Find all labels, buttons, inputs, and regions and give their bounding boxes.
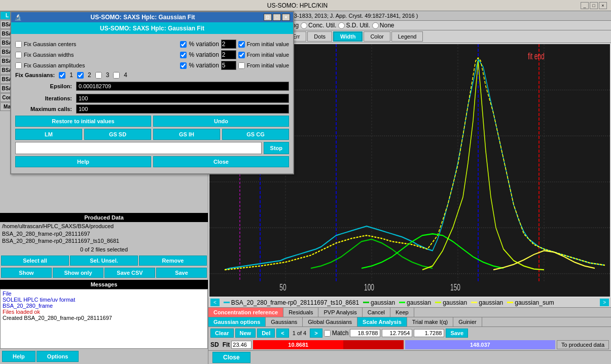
options-button[interactable]: Options <box>37 351 79 362</box>
sd-util-radio-label[interactable]: S.D. Util. <box>338 22 370 29</box>
concentration-ref-tab[interactable]: Concentration reference <box>208 308 283 317</box>
stop-button[interactable]: Stop <box>264 142 289 154</box>
help-main-button[interactable]: Help <box>2 351 35 362</box>
sel-unsel-button[interactable]: Sel. Unsel. <box>70 256 138 266</box>
dialog-close-btn[interactable]: × <box>282 14 290 21</box>
gaussians-tab[interactable]: Gaussians <box>266 317 303 326</box>
pct-centers-checkbox[interactable] <box>180 41 187 48</box>
del-button[interactable]: Del <box>257 329 275 338</box>
none-radio-label[interactable]: None <box>372 22 394 29</box>
width-button[interactable]: Width <box>333 31 363 42</box>
bottom-close-button[interactable]: Close <box>212 352 250 363</box>
fix-g3-checkbox[interactable] <box>95 72 102 79</box>
gauss-save-button[interactable]: Save <box>446 329 468 338</box>
max-calls-input[interactable] <box>76 104 289 114</box>
gaussian-options-tab[interactable]: Gaussian options <box>208 317 266 326</box>
scale-analysis-tab[interactable]: Scale Analysis <box>357 317 407 326</box>
fix-g2-label: 2 <box>88 71 91 79</box>
fix-centers-label: Fix Gaussian centers <box>24 41 76 47</box>
gauss-val3-input[interactable] <box>414 329 444 337</box>
dialog-close-button[interactable]: Close <box>153 156 289 167</box>
cancel-tab[interactable]: Cancel <box>363 308 390 317</box>
fix-widths-checkbox[interactable] <box>15 52 22 58</box>
gauss-val2-input[interactable] <box>382 329 412 337</box>
gs-ih-button[interactable]: GS IH <box>153 129 220 140</box>
show-button[interactable]: Show <box>1 268 52 278</box>
file-count: 0 of 2 files selected <box>0 246 208 252</box>
from-initial-amplitudes-checkbox[interactable] <box>238 62 245 69</box>
match-checkbox[interactable] <box>324 330 331 337</box>
gs-cg-button[interactable]: GS CG <box>222 129 289 140</box>
dialog-restore-btn[interactable]: ⊡ <box>264 14 272 21</box>
trial-make-tab[interactable]: Trial make I(q) <box>407 317 454 326</box>
save-csv-button[interactable]: Save CSV <box>104 268 155 278</box>
none-radio[interactable] <box>372 22 379 29</box>
fix-g2-checkbox[interactable] <box>77 72 84 79</box>
dialog-max-btn[interactable]: □ <box>273 14 281 21</box>
from-initial-centers-checkbox[interactable] <box>238 41 245 48</box>
sd-util-radio[interactable] <box>338 22 345 29</box>
iterations-label: Iterations: <box>15 95 76 101</box>
fix-g1-checkbox[interactable] <box>59 72 65 79</box>
select-all-button[interactable]: Select all <box>1 256 69 266</box>
dots-button[interactable]: Dots <box>307 31 332 42</box>
fix-g4-checkbox[interactable] <box>113 72 120 79</box>
from-initial-amplitudes-label: From initial value <box>247 62 289 68</box>
legend-button[interactable]: Legend <box>391 31 423 42</box>
undo-button[interactable]: Undo <box>153 116 289 127</box>
scroll-right-button[interactable]: > <box>600 299 609 306</box>
show-only-button[interactable]: Show only <box>53 268 103 278</box>
keep-tab[interactable]: Keep <box>390 308 414 317</box>
color-button[interactable]: Color <box>364 31 390 42</box>
pvp-analysis-tab[interactable]: PVP Analysis <box>318 308 362 317</box>
file-item-1[interactable]: BSA_20_280_frame-rp0_28111697 <box>0 230 208 237</box>
file-item-2[interactable]: BSA_20_280_frame-rp0_28111697_ts10_8681 <box>0 237 208 244</box>
from-initial-centers-label: From initial value <box>247 41 289 47</box>
fix-centers-checkbox[interactable] <box>15 41 22 48</box>
gauss-val1-input[interactable] <box>350 329 380 337</box>
svg-text:Time [a.u.]: Time [a.u.] <box>396 296 424 297</box>
maximize-btn[interactable]: □ <box>590 2 598 9</box>
clear-button[interactable]: Clear <box>210 329 234 338</box>
pct-widths-value[interactable] <box>221 50 236 59</box>
save-button[interactable]: Save <box>156 268 207 278</box>
close-btn[interactable]: × <box>599 2 607 9</box>
pct-widths-checkbox[interactable] <box>180 52 187 58</box>
to-produced-button[interactable]: To produced data <box>557 340 609 349</box>
pct-amplitudes-value[interactable] <box>221 61 236 70</box>
conc-util-radio-label[interactable]: Conc. Util. <box>301 22 336 29</box>
global-gaussians-tab[interactable]: Global Gaussians <box>303 317 357 326</box>
sd-label: SD <box>210 341 219 348</box>
dialog-controls[interactable]: ⊡ □ × <box>264 14 290 21</box>
blue-progress-value: 148.037 <box>470 342 490 348</box>
pct-centers-value[interactable] <box>221 40 236 49</box>
lm-button[interactable]: LM <box>15 129 82 140</box>
conc-util-radio[interactable] <box>301 22 307 29</box>
restore-button[interactable]: Restore to initial values <box>15 116 151 127</box>
gaussians-bottom-tabs: Gaussian options Gaussians Global Gaussi… <box>208 317 611 327</box>
fit-label: Fit <box>223 341 230 348</box>
window-controls[interactable]: _ □ × <box>581 2 607 9</box>
epsilon-input[interactable] <box>76 82 289 91</box>
pct-amplitudes-checkbox[interactable] <box>180 62 187 69</box>
fit-value-input[interactable] <box>231 341 251 349</box>
new-button[interactable]: New <box>235 329 256 338</box>
next-gauss-button[interactable]: > <box>310 329 322 338</box>
title-bar: US-SOMO: HPLC/KIN _ □ × <box>0 0 611 11</box>
legend-color-2 <box>363 302 369 303</box>
from-initial-widths-label: From initial value <box>247 52 289 58</box>
remove-button[interactable]: Remove <box>139 256 207 266</box>
prev-gauss-button[interactable]: < <box>276 329 289 338</box>
fix-amplitudes-checkbox[interactable] <box>15 62 22 69</box>
iterations-input[interactable] <box>76 94 289 103</box>
guinier-tab[interactable]: Guinier <box>453 317 482 326</box>
residuals-tab[interactable]: Residuals <box>283 308 318 317</box>
max-calls-label: Maximum calls: <box>15 106 76 112</box>
gs-sd-button[interactable]: GS SD <box>84 129 151 140</box>
dialog-help-button[interactable]: Help <box>15 156 151 167</box>
legend-label-3: gaussian <box>407 299 431 306</box>
from-initial-widths-checkbox[interactable] <box>238 52 245 58</box>
scroll-left-button[interactable]: < <box>210 299 220 306</box>
gauss-page-info: 1 of 4 <box>291 330 309 336</box>
minimize-btn[interactable]: _ <box>581 2 589 9</box>
